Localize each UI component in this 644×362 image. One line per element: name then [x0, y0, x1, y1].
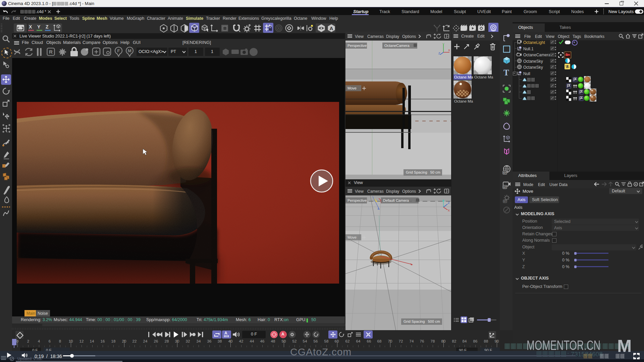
svg-text:X: X: [448, 209, 450, 212]
svg-text:A: A: [330, 25, 333, 31]
svg-text:ST: ST: [503, 200, 507, 202]
svg-text:ST: ST: [503, 186, 506, 189]
svg-text:ST: ST: [503, 171, 506, 174]
svg-text:M: M: [128, 48, 131, 53]
svg-text:R: R: [49, 49, 53, 55]
svg-text:Z: Z: [438, 52, 440, 55]
svg-text:X: X: [448, 49, 450, 52]
svg-text:F: F: [117, 48, 120, 53]
svg-text:Z: Z: [448, 201, 450, 204]
svg-text:Y: Y: [442, 43, 444, 46]
